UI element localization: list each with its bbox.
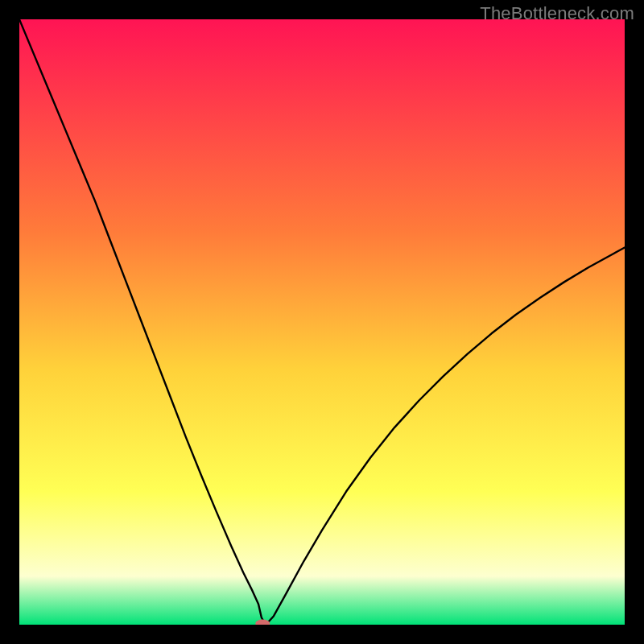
watermark-text: TheBottleneck.com xyxy=(480,3,634,24)
chart-frame xyxy=(19,19,625,625)
gradient-background xyxy=(19,19,625,625)
bottleneck-chart xyxy=(19,19,625,625)
